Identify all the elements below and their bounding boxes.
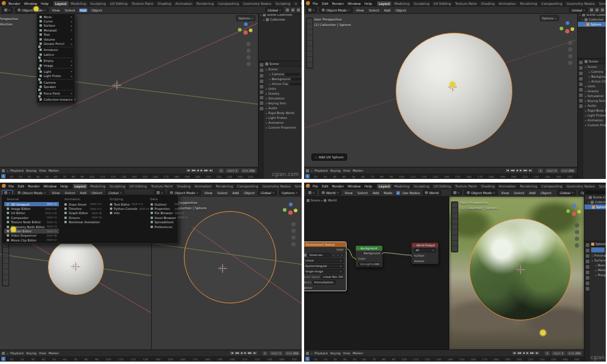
viewport-menu[interactable]: Object [90, 8, 103, 12]
playback-button[interactable]: ◀◀ [234, 351, 239, 355]
frame-start-field[interactable]: Start1 [552, 351, 565, 356]
measure-tool[interactable] [307, 57, 313, 62]
workspace-tab[interactable]: Layout [73, 184, 88, 189]
outliner-row-sphere[interactable]: ▸Sphere [578, 22, 606, 27]
options-dropdown[interactable]: Options∨ [279, 190, 300, 195]
x-axis-neg-handle[interactable] [294, 209, 297, 212]
add-menu-item[interactable]: Grease Pencil▸ [37, 41, 75, 46]
editor-type-button[interactable]: ∨ [306, 190, 317, 195]
frame-start-field[interactable]: Start1 [545, 169, 558, 173]
frame-end-field[interactable]: End250 [567, 351, 582, 356]
unlink-image-icon[interactable] [341, 254, 344, 257]
editor-type-item[interactable]: File BrowserShift F1 [148, 211, 187, 215]
workspace-tab[interactable]: Animation [174, 1, 194, 6]
viewport-menu[interactable]: Object [394, 8, 407, 12]
workspace-tab[interactable]: Shading [155, 1, 172, 6]
render-tab[interactable] [586, 249, 589, 252]
editor-type-item[interactable]: PropertiesShift F7 [148, 206, 187, 211]
output-tab[interactable] [579, 72, 583, 75]
playback-button[interactable]: ▶| [529, 169, 532, 172]
volume-input-socket[interactable] [410, 260, 413, 263]
timeline-menu[interactable]: View [343, 351, 350, 355]
workspace-tab[interactable]: Geometry Nodes [260, 184, 292, 189]
menubar-menu[interactable]: Window [24, 2, 38, 5]
outliner-search-input[interactable] [586, 190, 605, 194]
viewport-menu[interactable]: Select [513, 191, 526, 195]
workspace-tab[interactable]: Animation [497, 1, 518, 6]
transform-tool[interactable] [307, 46, 313, 51]
property-row[interactable]: ▸Preview [590, 253, 606, 258]
property-row[interactable]: ▸Background [264, 76, 302, 81]
measure-tool[interactable] [452, 241, 458, 246]
workspace-tab[interactable]: Layout [53, 1, 69, 6]
editor-type-button[interactable]: ∨ [2, 7, 13, 13]
cursor-tool[interactable] [452, 208, 458, 213]
playback-button[interactable]: ▶ [243, 351, 246, 355]
timeline-menu[interactable]: View [39, 169, 46, 172]
timeline-menu[interactable]: Marker [353, 351, 363, 355]
rotate-tool[interactable] [3, 253, 8, 258]
workspace-tab[interactable]: Shading [479, 184, 496, 189]
ortho-toggle-icon[interactable] [291, 242, 296, 246]
navigation-gizmo[interactable] [237, 22, 253, 38]
property-row[interactable]: ▸Audio [583, 103, 606, 108]
property-row[interactable]: ▸Units [583, 84, 606, 89]
timeline-ruler[interactable]: 1 10203040506070809010011012013014015016… [304, 174, 577, 179]
node-header[interactable]: ∨Environment Texture [304, 242, 346, 247]
add-menu-item[interactable]: Speaker [37, 84, 75, 89]
blender-logo-icon[interactable] [2, 184, 6, 188]
world-output-node[interactable]: ∨World Output All∨ Surface Volume [411, 242, 439, 265]
modifier-tab[interactable] [260, 101, 263, 105]
output-tab[interactable] [586, 254, 589, 258]
scale-tool[interactable] [3, 258, 8, 263]
color-space-dropdown[interactable]: Color SpaceLinear Rec.709∨ [304, 274, 346, 280]
editor-type-item[interactable]: Video SequencerShift F8 [4, 234, 59, 238]
property-row[interactable]: ▸Rigid Body World [264, 110, 302, 115]
x-axis-handle[interactable] [565, 29, 569, 33]
object-tab[interactable] [579, 93, 583, 97]
add-menu-item[interactable]: Curve▸ [37, 19, 75, 23]
workspace-tab[interactable]: Geometry Nodes [241, 1, 273, 6]
editor-type-item[interactable]: Graph EditorShift F6 [62, 211, 104, 215]
menubar-menu[interactable]: File [312, 184, 319, 188]
camera-view-icon[interactable] [575, 237, 579, 241]
menubar-menu[interactable]: Render [331, 2, 345, 5]
menubar-menu[interactable]: Help [364, 2, 373, 5]
operator-panel[interactable]: ∨Add UV Sphere [311, 153, 347, 161]
transform-tool[interactable] [452, 230, 458, 235]
zoom-icon[interactable] [291, 222, 296, 226]
transform-orientation-dropdown[interactable]: Global∨ [569, 7, 588, 13]
add-menu-item[interactable]: Light Probe▸ [37, 74, 75, 78]
x-axis-handle[interactable] [288, 211, 293, 215]
workspace-tab[interactable]: Geometry Nodes [565, 184, 596, 189]
add-cube-tool[interactable] [307, 62, 313, 67]
select-box-tool[interactable] [307, 19, 313, 24]
timeline-menu[interactable]: Keying [330, 351, 341, 355]
editor-type-button-2[interactable]: ∨ [451, 190, 462, 195]
viewport-menu[interactable]: Add [528, 191, 537, 195]
object-tab[interactable] [586, 276, 589, 280]
timeline-menu[interactable]: Keying [330, 169, 341, 172]
zoom-icon[interactable] [246, 42, 251, 46]
shader-menu[interactable]: Node [382, 191, 393, 195]
viewport-menu[interactable]: Select [216, 191, 229, 195]
overlays-icon[interactable] [297, 8, 300, 12]
x-axis-handle[interactable] [572, 212, 576, 216]
add-menu-item[interactable]: Surface▸ [37, 24, 75, 28]
rotate-tool[interactable] [307, 35, 313, 40]
workspace-tab[interactable]: Scripting [597, 1, 606, 6]
menubar-menu[interactable]: Edit [321, 2, 329, 5]
add-menu-item[interactable]: Armature [37, 48, 75, 52]
projection-dropdown[interactable]: Equirectangular∨ [304, 263, 346, 269]
workspace-tab[interactable]: Sculpting [412, 184, 431, 189]
material-slot-selected[interactable] [591, 248, 605, 252]
property-row[interactable]: ▸Scene [583, 64, 606, 69]
playback-button[interactable]: ▶| [535, 351, 539, 355]
mode-dropdown[interactable]: Object Mode∨ [464, 190, 498, 195]
property-row[interactable]: ▸Surface [590, 258, 606, 263]
property-row[interactable]: ▸Audio [264, 106, 302, 110]
timeline-editor-icon[interactable] [2, 169, 5, 172]
workspace-tab[interactable]: Rendering [195, 1, 215, 6]
viewport-menu[interactable]: Object [242, 191, 256, 195]
property-row[interactable]: ▸Units [264, 86, 302, 91]
